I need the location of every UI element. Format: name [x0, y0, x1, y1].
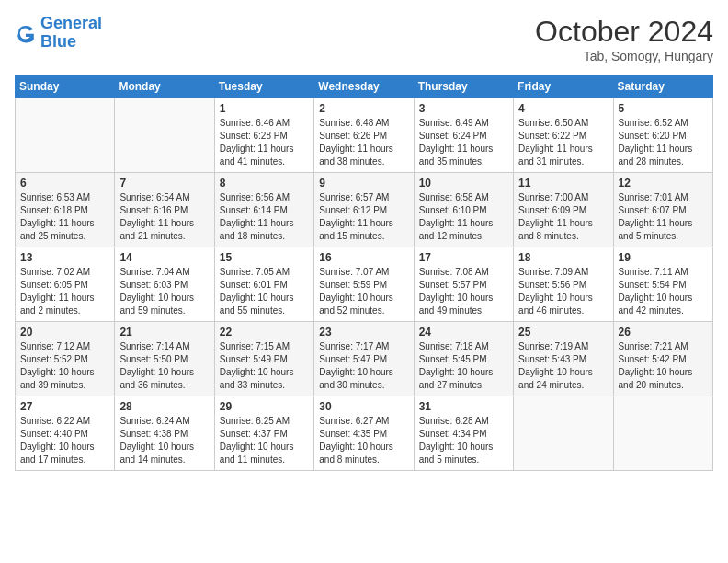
calendar-week-row: 27Sunrise: 6:22 AMSunset: 4:40 PMDayligh…	[16, 396, 713, 471]
day-info: Sunrise: 6:25 AMSunset: 4:37 PMDaylight:…	[220, 415, 309, 466]
day-info-line: Daylight: 11 hours and 41 minutes.	[220, 143, 309, 168]
calendar-cell	[514, 396, 613, 471]
calendar-week-row: 1Sunrise: 6:46 AMSunset: 6:28 PMDaylight…	[16, 98, 713, 173]
day-info-line: Sunset: 6:16 PM	[119, 204, 209, 217]
day-info-line: Sunset: 6:24 PM	[419, 130, 508, 143]
day-info-line: Sunrise: 6:53 AM	[20, 191, 109, 204]
day-info-line: Daylight: 11 hours and 35 minutes.	[419, 143, 508, 168]
day-number: 11	[518, 177, 608, 190]
day-info-line: Daylight: 10 hours and 49 minutes.	[419, 292, 508, 317]
calendar-cell: 8Sunrise: 6:56 AMSunset: 6:14 PMDaylight…	[214, 173, 313, 247]
month-title: October 2024	[535, 15, 713, 49]
calendar-cell	[115, 98, 214, 173]
day-number: 24	[419, 326, 508, 339]
day-number: 6	[20, 177, 109, 190]
day-number: 31	[419, 400, 508, 413]
day-number: 9	[319, 177, 408, 190]
weekday-header-monday: Monday	[115, 75, 214, 98]
weekday-header-row: SundayMondayTuesdayWednesdayThursdayFrid…	[16, 75, 713, 98]
day-info-line: Daylight: 10 hours and 27 minutes.	[419, 366, 508, 392]
day-info: Sunrise: 6:22 AMSunset: 4:40 PMDaylight:…	[20, 415, 109, 466]
calendar-cell: 23Sunrise: 7:17 AMSunset: 5:47 PMDayligh…	[314, 322, 414, 396]
calendar-cell: 16Sunrise: 7:07 AMSunset: 5:59 PMDayligh…	[314, 247, 414, 322]
day-info-line: Sunset: 6:09 PM	[518, 204, 608, 217]
logo: General Blue	[15, 15, 102, 52]
day-number: 8	[220, 177, 309, 190]
day-info: Sunrise: 6:50 AMSunset: 6:22 PMDaylight:…	[518, 117, 608, 168]
day-info-line: Sunset: 6:07 PM	[619, 204, 708, 217]
day-info-line: Daylight: 11 hours and 12 minutes.	[419, 217, 508, 243]
day-number: 18	[518, 251, 608, 264]
calendar-cell: 22Sunrise: 7:15 AMSunset: 5:49 PMDayligh…	[214, 322, 313, 396]
day-info-line: Sunrise: 7:04 AM	[119, 266, 209, 279]
calendar-cell: 20Sunrise: 7:12 AMSunset: 5:52 PMDayligh…	[16, 322, 115, 396]
location-subtitle: Tab, Somogy, Hungary	[535, 49, 713, 63]
day-info: Sunrise: 6:54 AMSunset: 6:16 PMDaylight:…	[119, 191, 209, 243]
day-info: Sunrise: 7:07 AMSunset: 5:59 PMDaylight:…	[319, 266, 408, 317]
day-info: Sunrise: 7:18 AMSunset: 5:45 PMDaylight:…	[419, 340, 508, 392]
day-info: Sunrise: 7:21 AMSunset: 5:42 PMDaylight:…	[619, 340, 708, 392]
day-info-line: Daylight: 11 hours and 8 minutes.	[518, 217, 608, 243]
day-info-line: Sunset: 4:38 PM	[119, 428, 209, 441]
calendar-cell: 15Sunrise: 7:05 AMSunset: 6:01 PMDayligh…	[214, 247, 313, 322]
day-number: 17	[419, 251, 508, 264]
calendar-cell	[613, 396, 712, 471]
calendar-cell: 4Sunrise: 6:50 AMSunset: 6:22 PMDaylight…	[514, 98, 613, 173]
day-number: 2	[319, 102, 408, 115]
calendar-cell: 17Sunrise: 7:08 AMSunset: 5:57 PMDayligh…	[414, 247, 513, 322]
day-info-line: Sunrise: 7:21 AM	[619, 340, 708, 353]
calendar-cell: 5Sunrise: 6:52 AMSunset: 6:20 PMDaylight…	[613, 98, 712, 173]
calendar-cell: 26Sunrise: 7:21 AMSunset: 5:42 PMDayligh…	[613, 322, 712, 396]
day-info-line: Sunrise: 6:56 AM	[220, 191, 309, 204]
day-info-line: Daylight: 10 hours and 17 minutes.	[20, 441, 109, 466]
day-info-line: Daylight: 10 hours and 30 minutes.	[319, 366, 408, 392]
day-number: 30	[319, 400, 408, 413]
calendar-cell: 7Sunrise: 6:54 AMSunset: 6:16 PMDaylight…	[115, 173, 214, 247]
page-header: General Blue October 2024 Tab, Somogy, H…	[15, 15, 713, 63]
logo-text-line2: Blue	[40, 33, 102, 52]
day-info-line: Sunrise: 6:52 AM	[619, 117, 708, 130]
day-info-line: Daylight: 10 hours and 59 minutes.	[119, 292, 209, 317]
day-info-line: Sunrise: 6:28 AM	[419, 415, 508, 428]
day-info: Sunrise: 7:14 AMSunset: 5:50 PMDaylight:…	[119, 340, 209, 392]
day-info-line: Sunrise: 7:11 AM	[619, 266, 708, 279]
calendar-cell: 18Sunrise: 7:09 AMSunset: 5:56 PMDayligh…	[514, 247, 613, 322]
calendar-cell: 2Sunrise: 6:48 AMSunset: 6:26 PMDaylight…	[314, 98, 414, 173]
day-info-line: Sunset: 4:34 PM	[419, 428, 508, 441]
day-info-line: Sunrise: 7:08 AM	[419, 266, 508, 279]
day-info-line: Daylight: 10 hours and 5 minutes.	[419, 441, 508, 466]
weekday-header-thursday: Thursday	[414, 75, 513, 98]
day-info-line: Daylight: 10 hours and 24 minutes.	[518, 366, 608, 392]
day-info: Sunrise: 6:57 AMSunset: 6:12 PMDaylight:…	[319, 191, 408, 243]
calendar-cell: 3Sunrise: 6:49 AMSunset: 6:24 PMDaylight…	[414, 98, 513, 173]
day-info-line: Daylight: 10 hours and 20 minutes.	[619, 366, 708, 392]
day-info-line: Daylight: 11 hours and 25 minutes.	[20, 217, 109, 243]
day-info: Sunrise: 6:58 AMSunset: 6:10 PMDaylight:…	[419, 191, 508, 243]
day-info: Sunrise: 6:52 AMSunset: 6:20 PMDaylight:…	[619, 117, 708, 168]
calendar-cell: 10Sunrise: 6:58 AMSunset: 6:10 PMDayligh…	[414, 173, 513, 247]
calendar-cell: 25Sunrise: 7:19 AMSunset: 5:43 PMDayligh…	[514, 322, 613, 396]
logo-icon	[15, 22, 37, 44]
calendar-cell: 31Sunrise: 6:28 AMSunset: 4:34 PMDayligh…	[414, 396, 513, 471]
day-info-line: Sunset: 5:57 PM	[419, 279, 508, 292]
calendar-cell: 6Sunrise: 6:53 AMSunset: 6:18 PMDaylight…	[16, 173, 115, 247]
day-info-line: Daylight: 11 hours and 18 minutes.	[220, 217, 309, 243]
day-info-line: Sunset: 6:18 PM	[20, 204, 109, 217]
day-info: Sunrise: 6:46 AMSunset: 6:28 PMDaylight:…	[220, 117, 309, 168]
day-info-line: Sunset: 6:20 PM	[619, 130, 708, 143]
day-number: 23	[319, 326, 408, 339]
day-info: Sunrise: 7:17 AMSunset: 5:47 PMDaylight:…	[319, 340, 408, 392]
day-number: 7	[119, 177, 209, 190]
day-info-line: Sunset: 6:03 PM	[119, 279, 209, 292]
day-info-line: Sunrise: 7:17 AM	[319, 340, 408, 353]
day-info: Sunrise: 7:19 AMSunset: 5:43 PMDaylight:…	[518, 340, 608, 392]
day-info-line: Sunset: 6:10 PM	[419, 204, 508, 217]
day-info-line: Sunset: 4:40 PM	[20, 428, 109, 441]
day-info-line: Daylight: 10 hours and 52 minutes.	[319, 292, 408, 317]
day-info-line: Sunrise: 6:54 AM	[119, 191, 209, 204]
day-number: 16	[319, 251, 408, 264]
day-info-line: Sunrise: 6:22 AM	[20, 415, 109, 428]
day-info-line: Sunset: 6:14 PM	[220, 204, 309, 217]
day-info-line: Sunrise: 6:27 AM	[319, 415, 408, 428]
day-info: Sunrise: 6:24 AMSunset: 4:38 PMDaylight:…	[119, 415, 209, 466]
